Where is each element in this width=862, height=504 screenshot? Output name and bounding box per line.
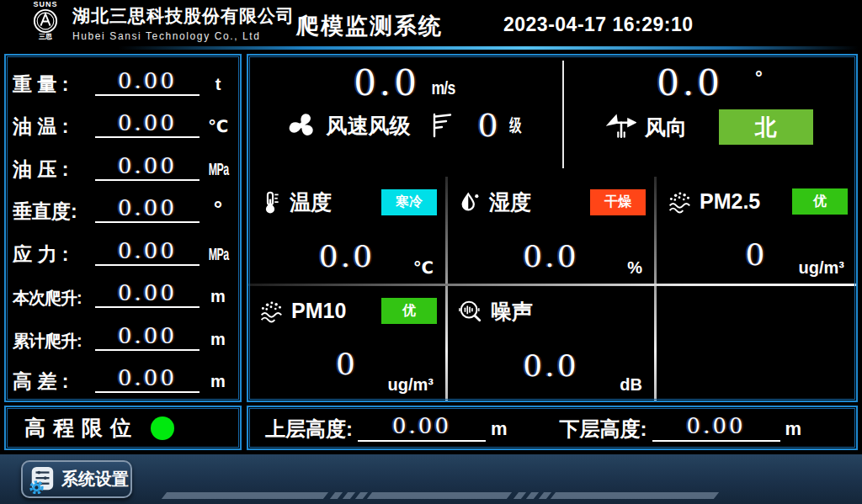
sensor-label: 湿度 bbox=[489, 188, 531, 216]
metric-label: 油 压 : bbox=[13, 160, 92, 181]
sensor-card-noise: 噪声 0.0 dB bbox=[448, 286, 654, 401]
taskbar: 系统设置 bbox=[0, 454, 862, 504]
wind-speed-label: 风速风级 bbox=[326, 112, 410, 140]
suns-logo-icon: SUNS 三思 bbox=[22, 1, 69, 46]
settings-button[interactable]: 系统设置 bbox=[21, 460, 132, 498]
wind-section-divider bbox=[562, 61, 564, 168]
status-badge: 干燥 bbox=[590, 189, 646, 215]
particles-icon bbox=[258, 300, 284, 323]
metric-label: 应 力 : bbox=[13, 245, 92, 266]
sensor-card-temperature: 温度 寒冷 0.0 ℃ bbox=[248, 177, 445, 284]
elevation-limit-label: 高程限位 bbox=[24, 414, 139, 442]
metric-value: 0.00 bbox=[95, 155, 200, 181]
elevation-limit-indicator bbox=[151, 416, 174, 440]
metric-unit: MPa bbox=[209, 161, 227, 181]
wind-direction-unit: ° bbox=[755, 67, 763, 89]
page-title: 爬模监测系统 bbox=[296, 11, 443, 41]
logo-text-top: SUNS bbox=[22, 1, 69, 8]
sliders-gear-icon bbox=[29, 465, 56, 494]
wind-level-value: 0 bbox=[477, 109, 498, 141]
wind-speed-section: 0.0 m/s 风速风级 bbox=[248, 56, 563, 177]
particles-icon bbox=[667, 190, 692, 214]
status-badge: 寒冷 bbox=[381, 189, 437, 215]
metric-label: 垂直度: bbox=[13, 202, 92, 223]
metric-row-verticality: 垂直度: 0.00 ° bbox=[13, 187, 233, 230]
metric-value: 0.00 bbox=[95, 197, 200, 223]
metric-value: 0.00 bbox=[95, 367, 200, 393]
metric-label: 油 温 : bbox=[13, 117, 92, 138]
environment-panel: 0.0 m/s 风速风级 bbox=[247, 54, 858, 402]
status-badge: 优 bbox=[381, 298, 437, 324]
settings-button-label: 系统设置 bbox=[61, 468, 129, 491]
datetime-display: 2023-04-17 16:29:10 bbox=[503, 13, 694, 36]
metric-value: 0.00 bbox=[95, 70, 200, 96]
sensor-card-empty bbox=[657, 286, 856, 401]
sensor-card-pm25: PM2.5 优 0 ug/m³ bbox=[657, 177, 856, 284]
sensor-unit: ug/m³ bbox=[388, 375, 434, 395]
company-name-cn: 湖北三思科技股份有限公司 bbox=[72, 4, 295, 28]
metric-label: 高 差 : bbox=[13, 372, 92, 393]
upper-height-value: 0.00 bbox=[358, 415, 486, 442]
metric-value: 0.00 bbox=[95, 282, 200, 308]
upper-height-group: 上层高度: 0.00 m bbox=[265, 415, 508, 442]
droplet-icon bbox=[458, 190, 482, 215]
wind-direction-value: 0.0 bbox=[657, 66, 723, 101]
sensor-label: PM2.5 bbox=[700, 189, 760, 214]
elevation-limit-box: 高程限位 bbox=[4, 406, 242, 450]
layer-heights-box: 上层高度: 0.00 m 下层高度: 0.00 m bbox=[247, 406, 858, 450]
header: SUNS 三思 湖北三思科技股份有限公司 Hubei Sansi Technol… bbox=[0, 0, 862, 47]
logo-mark-icon bbox=[33, 8, 58, 34]
wind-direction-label: 风向 bbox=[645, 114, 687, 141]
sensor-unit: ug/m³ bbox=[799, 258, 844, 278]
metric-value: 0.00 bbox=[95, 112, 200, 138]
lower-height-unit: m bbox=[785, 420, 802, 442]
metric-row-weight: 重 量 : 0.00 t bbox=[13, 59, 233, 102]
metric-value: 0.00 bbox=[95, 240, 200, 266]
sensor-unit: dB bbox=[620, 375, 642, 395]
lower-height-label: 下层高度: bbox=[560, 419, 647, 442]
sensor-unit: % bbox=[627, 258, 642, 278]
wind-direction-section: 0.0 ° 风向 北 bbox=[563, 56, 856, 177]
sensor-card-humidity: 湿度 干燥 0.0 % bbox=[448, 177, 654, 284]
metric-label: 累计爬升: bbox=[13, 332, 92, 351]
sensor-value: 0.0 bbox=[448, 241, 654, 272]
upper-height-label: 上层高度: bbox=[265, 419, 353, 442]
metric-label: 重 量 : bbox=[13, 75, 92, 96]
decorative-stripes bbox=[164, 492, 720, 499]
wind-speed-unit: m/s bbox=[431, 77, 455, 99]
metric-row-stress: 应 力 : 0.00 MPa bbox=[13, 229, 233, 272]
status-badge: 优 bbox=[792, 188, 848, 215]
logo-text-bottom: 三思 bbox=[22, 34, 69, 40]
wind-level-unit: 级 bbox=[509, 114, 521, 137]
metric-unit: t bbox=[203, 76, 233, 96]
sensor-label: PM10 bbox=[291, 299, 346, 323]
metrics-sidebar: 重 量 : 0.00 t 油 温 : 0.00 ℃ 油 压 : 0.00 MPa… bbox=[4, 54, 242, 402]
wind-vane-icon bbox=[606, 113, 636, 141]
metric-value: 0.00 bbox=[95, 325, 200, 351]
sensor-card-pm10: PM10 优 0 ug/m³ bbox=[248, 286, 445, 401]
lower-height-group: 下层高度: 0.00 m bbox=[560, 415, 802, 442]
metric-row-current-climb: 本次爬升: 0.00 m bbox=[13, 272, 233, 315]
sensor-unit: ℃ bbox=[413, 257, 434, 278]
wind-level-flag-icon bbox=[430, 112, 455, 139]
metric-row-oil-pressure: 油 压 : 0.00 MPa bbox=[13, 144, 233, 187]
noise-meter-icon bbox=[458, 300, 483, 325]
metric-unit: MPa bbox=[209, 246, 227, 266]
wind-speed-value: 0.0 bbox=[354, 66, 420, 101]
thermometer-icon bbox=[258, 190, 282, 215]
lower-height-value: 0.00 bbox=[652, 415, 780, 442]
metric-unit: ℃ bbox=[203, 118, 233, 138]
header-divider bbox=[118, 46, 859, 50]
metric-label: 本次爬升: bbox=[13, 289, 92, 308]
fan-icon bbox=[287, 110, 317, 141]
sensor-label: 温度 bbox=[290, 188, 332, 216]
metric-unit: m bbox=[203, 288, 233, 308]
metric-unit: ° bbox=[203, 198, 233, 223]
metric-unit: m bbox=[203, 331, 233, 351]
wind-direction-badge: 北 bbox=[719, 109, 813, 145]
company-block: 湖北三思科技股份有限公司 Hubei Sansi Technology Co.,… bbox=[72, 4, 295, 42]
metric-row-oil-temp: 油 温 : 0.00 ℃ bbox=[13, 102, 233, 145]
wind-row: 0.0 m/s 风速风级 bbox=[248, 56, 856, 177]
metric-unit: m bbox=[203, 373, 233, 393]
upper-height-unit: m bbox=[491, 420, 508, 442]
